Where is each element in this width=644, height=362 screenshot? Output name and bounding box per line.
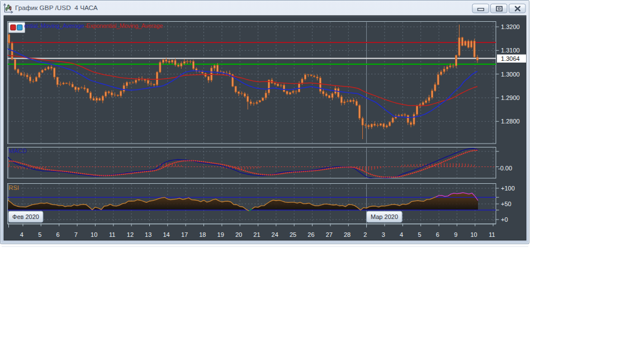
svg-text:7: 7 — [74, 231, 78, 238]
svg-text:24: 24 — [272, 231, 278, 238]
svg-text:11: 11 — [109, 231, 115, 238]
svg-text:21: 21 — [253, 231, 260, 238]
svg-text:1.3064: 1.3064 — [501, 55, 520, 62]
svg-text:3: 3 — [382, 231, 385, 238]
svg-text:1.3100: 1.3100 — [501, 47, 520, 54]
svg-text:Фев 2020: Фев 2020 — [12, 213, 39, 220]
svg-text:9: 9 — [454, 231, 457, 238]
svg-text:1.2900: 1.2900 — [501, 94, 520, 101]
svg-text:17: 17 — [181, 231, 188, 238]
svg-text:25: 25 — [290, 231, 296, 238]
svg-text:19: 19 — [217, 231, 224, 238]
svg-text:+50: +50 — [501, 201, 512, 207]
svg-text:6: 6 — [56, 231, 59, 238]
svg-text:20: 20 — [235, 231, 242, 238]
svg-text:ential_Moving_Average: ential_Moving_Average — [24, 22, 84, 29]
svg-text:28: 28 — [344, 231, 351, 238]
svg-text:MACD: MACD — [9, 147, 27, 154]
svg-text:26: 26 — [307, 231, 314, 238]
svg-text:1.3200: 1.3200 — [501, 23, 520, 30]
svg-text:5: 5 — [418, 231, 421, 238]
svg-text:10: 10 — [91, 231, 97, 238]
svg-text:RSI: RSI — [9, 184, 19, 191]
svg-text:4: 4 — [20, 231, 23, 238]
svg-text:1.2800: 1.2800 — [501, 118, 520, 125]
svg-text:12: 12 — [127, 231, 134, 238]
svg-text:График GBP /USD 4 ЧАСА: График GBP /USD 4 ЧАСА — [15, 4, 98, 12]
svg-text:4: 4 — [400, 231, 403, 238]
svg-text:+100: +100 — [501, 185, 515, 192]
svg-text:+0: +0 — [501, 216, 508, 223]
svg-text:18: 18 — [199, 231, 206, 238]
svg-text:27: 27 — [326, 231, 333, 238]
svg-text:6: 6 — [436, 231, 439, 238]
svg-text:Мар 2020: Мар 2020 — [371, 213, 398, 220]
svg-text:-0.00: -0.00 — [498, 165, 512, 172]
svg-text:1.3000: 1.3000 — [501, 71, 520, 78]
svg-text:13: 13 — [145, 231, 151, 238]
svg-text:14: 14 — [163, 231, 169, 238]
svg-text:5: 5 — [38, 231, 41, 238]
svg-text:11: 11 — [489, 231, 495, 238]
svg-text:2: 2 — [363, 231, 367, 238]
svg-text:10: 10 — [470, 231, 477, 238]
svg-text:-Exponential_Moving_Average: -Exponential_Moving_Average — [84, 22, 163, 29]
